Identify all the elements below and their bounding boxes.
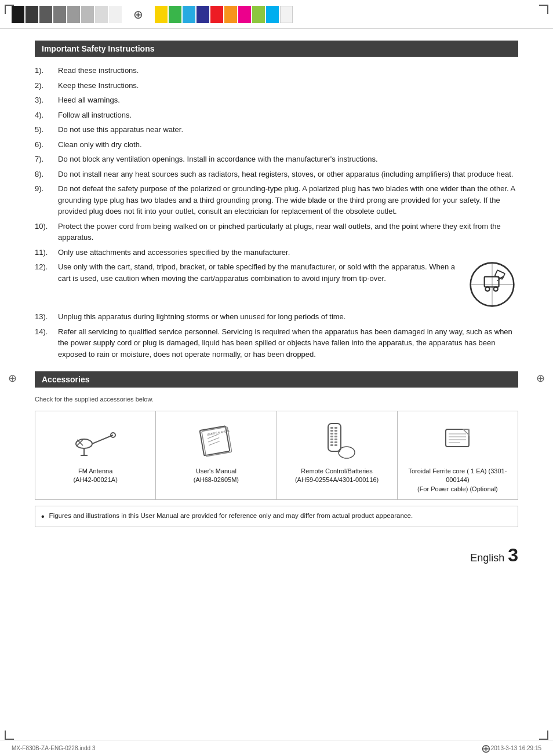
list-text: Use only with the cart, stand, tripod, b…	[58, 261, 460, 284]
svg-rect-36	[334, 444, 337, 446]
ferrite-icon	[434, 421, 481, 461]
accessories-section-header: Accessories	[35, 371, 518, 388]
list-item: 1). Read these instructions.	[35, 65, 518, 76]
svg-line-20	[208, 441, 220, 445]
main-content: Important Safety Instructions 1). Read t…	[0, 29, 553, 601]
list-text: Read these instructions.	[58, 65, 518, 76]
color-sq-r10	[280, 6, 293, 23]
svg-rect-33	[330, 441, 333, 443]
list-text: Do not use this apparatus near water.	[58, 124, 518, 136]
corner-mark-br	[539, 731, 548, 740]
safety-section-header: Important Safety Instructions	[35, 41, 518, 57]
svg-rect-28	[334, 433, 337, 434]
remote-label: Remote Control/Batteries(AH59-02554A/430…	[295, 467, 379, 485]
list-item: 5). Do not use this apparatus near water…	[35, 124, 518, 136]
svg-rect-31	[330, 439, 333, 440]
list-num: 12).	[35, 261, 58, 273]
svg-rect-35	[330, 444, 333, 446]
antenna-label: FM Antenna(AH42-00021A)	[73, 467, 117, 485]
color-sq-r9	[266, 6, 279, 23]
color-sq-r3	[183, 6, 195, 23]
list-item: 3). Heed all warnings.	[35, 94, 518, 106]
safety-title: Important Safety Instructions	[42, 44, 154, 53]
list-item: 13). Unplug this apparatus during lightn…	[35, 311, 518, 323]
accessory-item-ferrite: Toroidal Ferrite core ( 1 EA) (3301-0001…	[398, 411, 518, 499]
accessories-footnote: • Figures and illustrations in this User…	[35, 506, 518, 527]
list-num: 3).	[35, 94, 58, 106]
list-num: 5).	[35, 124, 58, 136]
list-text: Do not block any ventilation openings. I…	[58, 154, 518, 165]
list-text: Only use attachments and accessories spe…	[58, 247, 518, 258]
color-sq-r5	[210, 6, 223, 23]
svg-rect-30	[334, 436, 337, 437]
accessory-item-remote: Remote Control/Batteries(AH59-02554A/430…	[277, 411, 398, 499]
accessory-item-manual: USER'S MANUAL User's Manual(AH68-02605M)	[156, 411, 276, 499]
corner-mark-bl	[5, 731, 14, 740]
svg-point-6	[494, 287, 498, 291]
list-text: Heed all warnings.	[58, 94, 518, 106]
accessory-item-antenna: FM Antenna(AH42-00021A)	[35, 411, 156, 499]
page-number-area: English 3	[35, 545, 518, 566]
list-item: 2). Keep these Instructions.	[35, 80, 518, 92]
corner-mark-tl	[5, 5, 14, 14]
color-squares-right	[155, 6, 293, 23]
list-item: 14). Refer all servicing to qualified se…	[35, 326, 518, 360]
color-squares-left	[12, 6, 122, 23]
color-sq-7	[95, 6, 108, 23]
list-item: 7). Do not block any ventilation opening…	[35, 154, 518, 165]
list-text: Clean only with dry cloth.	[58, 139, 518, 151]
list-num: 4).	[35, 109, 58, 121]
instructions-list: 1). Read these instructions. 2). Keep th…	[35, 65, 518, 360]
list-item: 6). Clean only with dry cloth.	[35, 139, 518, 151]
list-num: 2).	[35, 80, 58, 92]
side-crosshair-left: ⊕	[8, 372, 17, 385]
list-text: Refer all servicing to qualified service…	[58, 326, 518, 360]
svg-rect-24	[334, 427, 337, 429]
color-sq-r2	[169, 6, 181, 23]
svg-rect-27	[330, 433, 333, 434]
corner-mark-tr	[539, 5, 548, 14]
list-num: 13).	[35, 311, 58, 323]
remote-icon	[314, 421, 360, 461]
color-sq-r7	[238, 6, 251, 23]
color-sq-r8	[252, 6, 265, 23]
antenna-icon	[72, 421, 119, 461]
footer: MX-F830B-ZA-ENG-0228.indd 3 ⊕ 2013-3-13 …	[0, 740, 553, 756]
manual-icon: USER'S MANUAL	[193, 421, 239, 461]
page-number: 3	[508, 545, 518, 566]
svg-rect-7	[495, 270, 505, 279]
side-crosshair-right: ⊕	[536, 372, 545, 385]
color-sq-r4	[197, 6, 209, 23]
list-item: 9). Do not defeat the safety purpose of …	[35, 183, 518, 217]
list-item: 10). Protect the power cord from being w…	[35, 221, 518, 243]
color-sq-3	[39, 6, 52, 23]
footer-left: MX-F830B-ZA-ENG-0228.indd 3	[12, 745, 481, 751]
list-num: 11).	[35, 247, 58, 258]
svg-rect-23	[330, 427, 333, 429]
bullet-icon: •	[41, 511, 45, 522]
accessories-title: Accessories	[42, 375, 90, 384]
cart-tipover-icon	[466, 261, 518, 308]
list-num: 6).	[35, 139, 58, 151]
color-sq-2	[26, 6, 38, 23]
list-text: Follow all instructions.	[58, 109, 518, 121]
footer-right: 2013-3-13 16:29:15	[491, 745, 541, 751]
list-num: 8).	[35, 169, 58, 180]
svg-rect-32	[334, 439, 337, 440]
color-sq-r1	[155, 6, 168, 23]
svg-rect-25	[330, 430, 333, 432]
accessories-note: Check for the supplied accessories below…	[35, 396, 518, 403]
list-text: Do not defeat the safety purpose of the …	[58, 183, 518, 217]
list-text: Protect the power cord from being walked…	[58, 221, 518, 243]
color-sq-8	[109, 6, 122, 23]
list-num: 10).	[35, 221, 58, 232]
list-text: Do not install near any heat sources suc…	[58, 169, 518, 180]
list-item: 4). Follow all instructions.	[35, 109, 518, 121]
list-text: Unplug this apparatus during lightning s…	[58, 311, 518, 323]
list-item: 8). Do not install near any heat sources…	[35, 169, 518, 180]
svg-line-19	[208, 437, 219, 441]
color-sq-5	[67, 6, 80, 23]
list-item-12: 12). Use only with the cart, stand, trip…	[35, 261, 518, 308]
svg-point-5	[485, 287, 489, 291]
svg-line-10	[92, 435, 113, 444]
